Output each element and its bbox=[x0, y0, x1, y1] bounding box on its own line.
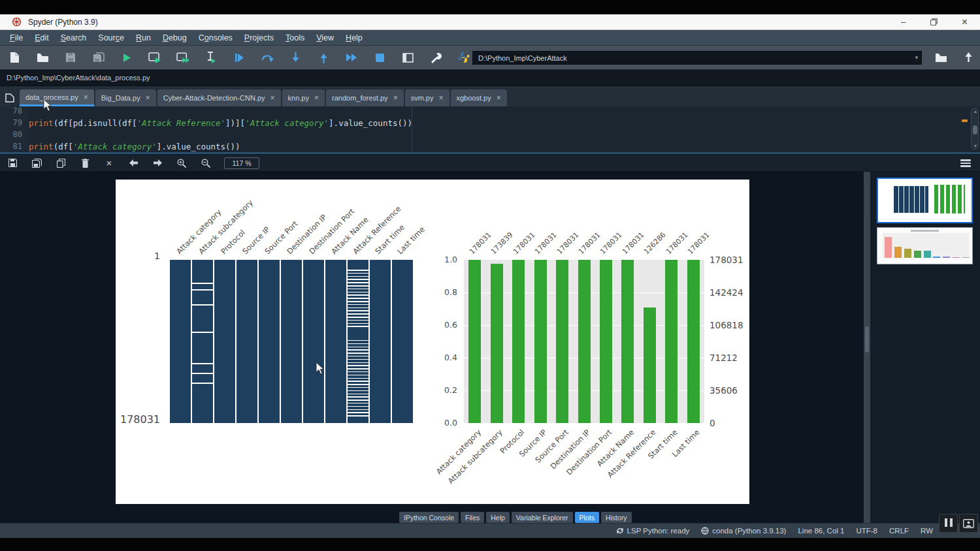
save-all-plots-button[interactable] bbox=[31, 157, 42, 169]
menu-search[interactable]: Search bbox=[55, 31, 93, 44]
bar-value-label: 178031 bbox=[555, 230, 580, 256]
tab-close-icon[interactable]: × bbox=[438, 93, 443, 102]
menu-tools[interactable]: Tools bbox=[280, 31, 310, 44]
editor-tab-data_process.py[interactable]: data_process.py× bbox=[20, 89, 95, 106]
tab-close-icon[interactable]: × bbox=[270, 93, 275, 102]
menu-view[interactable]: View bbox=[310, 31, 340, 44]
minimize-button[interactable]: – bbox=[888, 14, 919, 29]
close-button[interactable]: × bbox=[949, 14, 980, 29]
run-file-button[interactable] bbox=[120, 51, 133, 64]
editor-tab-Big_Data.py[interactable]: Big_Data.py× bbox=[95, 89, 157, 106]
plots-options-menu-icon[interactable] bbox=[960, 158, 972, 168]
plot-figure[interactable]: 1 178031 Attack categoryAttack subcatego… bbox=[116, 180, 749, 504]
debug-step-into-button[interactable] bbox=[289, 51, 302, 64]
menu-source[interactable]: Source bbox=[92, 31, 130, 44]
editor-tab-random_forest.py[interactable]: random_forest.py× bbox=[326, 89, 404, 106]
tools-wrench-button[interactable] bbox=[429, 51, 442, 64]
matrix-col-Attack Name bbox=[325, 260, 346, 423]
debug-step-over-button[interactable] bbox=[261, 51, 274, 64]
combo-caret-icon[interactable]: ▼ bbox=[914, 55, 919, 61]
editor-tab-xgboost.py[interactable]: xgboost.py× bbox=[451, 89, 508, 106]
editor-tab-knn.py[interactable]: knn.py× bbox=[282, 89, 325, 106]
code-text: print(df[pd.isnull(df['Attack Reference'… bbox=[29, 118, 412, 130]
debug-file-button[interactable] bbox=[233, 51, 246, 64]
menu-run[interactable]: Run bbox=[130, 31, 157, 44]
parent-directory-button[interactable] bbox=[960, 50, 976, 65]
video-letterbox-top bbox=[0, 0, 980, 14]
video-pause-button[interactable] bbox=[939, 514, 958, 533]
eol-status: CRLF bbox=[889, 527, 909, 535]
open-file-button[interactable] bbox=[36, 51, 49, 64]
menu-edit[interactable]: Edit bbox=[29, 31, 55, 44]
zoom-in-button[interactable] bbox=[176, 157, 188, 169]
maximize-pane-button[interactable] bbox=[401, 51, 414, 64]
pane-tab-plots[interactable]: Plots bbox=[575, 512, 599, 523]
run-cell-advance-button[interactable] bbox=[176, 51, 189, 64]
tab-close-icon[interactable]: × bbox=[314, 93, 319, 102]
stop-debug-button[interactable] bbox=[373, 51, 386, 64]
pane-tab-ipython-console[interactable]: IPython Console bbox=[399, 512, 459, 523]
debug-continue-button[interactable] bbox=[345, 51, 358, 64]
remove-all-plots-button[interactable]: × bbox=[103, 157, 115, 169]
plot-thumbnail-selected[interactable] bbox=[877, 178, 973, 223]
previous-plot-button[interactable] bbox=[127, 157, 139, 169]
tab-close-icon[interactable]: × bbox=[497, 93, 501, 102]
scroll-down-icon[interactable]: ▼ bbox=[972, 144, 979, 148]
bar-left-tick: 0.6 bbox=[430, 320, 457, 330]
editor-tab-svm.py[interactable]: svm.py× bbox=[405, 89, 450, 106]
pane-tab-variable-explorer[interactable]: Variable Explorer bbox=[512, 512, 573, 523]
scrollbar-thumb[interactable] bbox=[973, 125, 977, 134]
tab-label: svm.py bbox=[411, 94, 434, 102]
matrix-ytick-bottom: 178031 bbox=[118, 413, 160, 426]
missing-line bbox=[192, 283, 213, 284]
tab-close-icon[interactable]: × bbox=[146, 93, 150, 102]
bar-Start time bbox=[665, 260, 678, 423]
missing-line bbox=[192, 304, 213, 306]
thumb2-bar bbox=[943, 257, 950, 258]
bar-Source IP bbox=[534, 260, 547, 423]
save-button[interactable] bbox=[64, 51, 77, 64]
new-file-button[interactable] bbox=[8, 51, 21, 64]
working-directory-combo[interactable]: D:\Python_Imp\CyberAttack ▼ bbox=[472, 51, 922, 65]
pane-tab-history[interactable]: History bbox=[601, 512, 632, 523]
run-cell-button[interactable] bbox=[148, 51, 161, 64]
editor-scrollbar[interactable]: ▲ ▼ bbox=[971, 108, 979, 150]
bar-value-label: 178031 bbox=[533, 230, 559, 256]
menu-debug[interactable]: Debug bbox=[157, 31, 193, 44]
save-plot-button[interactable] bbox=[7, 157, 18, 169]
menu-consoles[interactable]: Consoles bbox=[193, 31, 238, 44]
spyder-window: { "window": { "title": "Spyder (Python 3… bbox=[0, 0, 980, 551]
bar-right-tick: 142424 bbox=[710, 287, 743, 298]
menu-file[interactable]: File bbox=[4, 31, 29, 44]
tab-close-icon[interactable]: × bbox=[84, 93, 88, 102]
restore-button[interactable] bbox=[919, 14, 949, 29]
browse-directory-button[interactable] bbox=[933, 50, 949, 65]
pane-tab-files[interactable]: Files bbox=[461, 512, 484, 523]
tab-close-icon[interactable]: × bbox=[393, 93, 398, 102]
video-pip-button[interactable] bbox=[959, 514, 978, 533]
remove-plot-button[interactable] bbox=[79, 157, 91, 169]
code-editor[interactable]: 7879print(df[pd.isnull(df['Attack Refere… bbox=[0, 106, 980, 151]
bar-Source Port bbox=[556, 260, 568, 423]
thumbnails-scrollbar-handle[interactable] bbox=[865, 326, 869, 353]
zoom-out-button[interactable] bbox=[200, 157, 212, 169]
save-all-button[interactable] bbox=[92, 51, 105, 64]
missing-line bbox=[192, 383, 213, 384]
pane-tab-help[interactable]: Help bbox=[486, 512, 510, 523]
bar-value-label: 178031 bbox=[621, 230, 646, 256]
scroll-up-icon[interactable]: ▲ bbox=[972, 109, 979, 114]
debug-step-out-button[interactable] bbox=[317, 51, 330, 64]
copy-plot-button[interactable] bbox=[55, 157, 67, 169]
pause-icon bbox=[943, 518, 954, 529]
plot-thumbnail-2[interactable] bbox=[877, 227, 973, 264]
python-env-icon[interactable] bbox=[457, 51, 470, 64]
editor-tabbar: data_process.py×Big_Data.py×Cyber-Attack… bbox=[0, 86, 980, 106]
run-selection-button[interactable] bbox=[204, 51, 218, 64]
menu-help[interactable]: Help bbox=[340, 31, 368, 44]
editor-tab-Cyber-Attack-Detection-CNN.py[interactable]: Cyber-Attack-Detection-CNN.py× bbox=[157, 89, 282, 106]
file-switcher-button[interactable] bbox=[0, 89, 20, 106]
interpreter-status[interactable]: conda (Python 3.9.13) bbox=[701, 527, 786, 535]
menu-projects[interactable]: Projects bbox=[238, 31, 280, 44]
zoom-level-field[interactable]: 117 % bbox=[224, 157, 259, 169]
next-plot-button[interactable] bbox=[152, 157, 163, 169]
